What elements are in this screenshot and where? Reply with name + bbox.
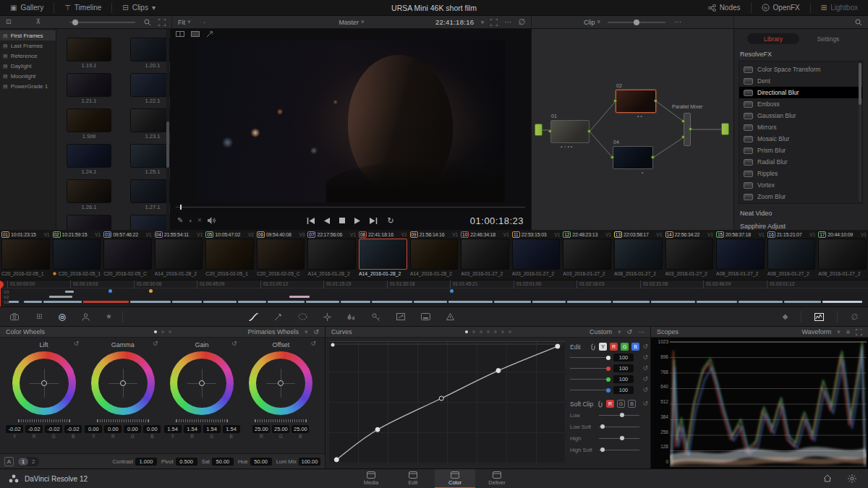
fx-panel-tab[interactable]: Settings (802, 33, 854, 44)
timeline-clip-segment[interactable] (341, 301, 370, 303)
scrub-playhead[interactable] (180, 205, 182, 210)
mixer-output-port[interactable] (689, 127, 692, 131)
clip-thumbnail[interactable] (512, 239, 561, 270)
node-source-input[interactable] (535, 124, 542, 136)
clear-annotation-icon[interactable]: × (197, 217, 202, 224)
curves-mode-select[interactable]: Custom (590, 328, 612, 335)
channel-value[interactable]: 100 (613, 386, 634, 394)
offset-master-slider[interactable] (255, 419, 307, 422)
scope-settings-icon[interactable]: ≡ (846, 329, 850, 335)
clip-item[interactable]: 07 22:17:56:06 V1 A14_2016-01-28_2 (306, 230, 357, 280)
clip-item[interactable]: 14 22:56:34:22 V1 A03_2016-01-27_2 (664, 230, 715, 280)
adjust-value[interactable]: 100.00 (299, 458, 320, 466)
reset-icon[interactable]: ↺ (74, 341, 80, 347)
gallery-still[interactable]: 1.21.1 (67, 73, 111, 105)
still-thumbnail[interactable] (67, 179, 111, 203)
value-box[interactable]: 1.54 (184, 425, 201, 433)
color-wheels-icon[interactable]: ◎ (58, 312, 65, 321)
annotation-pen-icon[interactable]: ✎ (177, 217, 183, 224)
channel-slider[interactable] (570, 368, 610, 369)
value-box[interactable]: 0.00 (104, 425, 122, 433)
page-dot[interactable] (487, 330, 490, 333)
softclip-button-r[interactable]: R (606, 400, 614, 408)
gain-master-slider[interactable] (176, 419, 228, 422)
reset-icon[interactable]: ↺ (642, 387, 648, 393)
timeline-clip-segment[interactable] (238, 301, 266, 303)
wheel-puck[interactable] (199, 380, 205, 386)
wheel-puck[interactable] (278, 380, 284, 386)
clip-item[interactable]: 16 21:15:21:07 V1 A08_2016-01-27_2 (766, 230, 817, 280)
page-dot[interactable] (169, 330, 171, 333)
fx-plugin-item[interactable]: Mirrors (739, 121, 862, 133)
still-thumbnail[interactable] (130, 215, 170, 230)
fx-section-header[interactable]: Sapphire Adjust (734, 217, 867, 230)
wheel-page-button[interactable]: 1 (18, 458, 28, 466)
curves-palette-icon[interactable] (249, 313, 258, 321)
gallery-still[interactable] (130, 215, 170, 230)
reset-icon[interactable]: ↺ (642, 365, 648, 372)
motion-effects-icon[interactable]: ★ (106, 313, 112, 320)
lift-color-ring[interactable] (12, 351, 76, 415)
value-box[interactable]: -0.02 (6, 425, 23, 433)
page-dot[interactable] (465, 330, 468, 333)
gallery-still[interactable]: 1.25.1 (130, 144, 170, 176)
timeline-clip-segment[interactable] (65, 291, 74, 293)
page-dot[interactable] (472, 330, 475, 333)
blur-palette-icon[interactable] (347, 313, 356, 321)
curve-graph[interactable] (329, 341, 565, 464)
clip-thumbnail[interactable] (767, 239, 816, 270)
curve-control-point[interactable] (496, 369, 501, 373)
page-tab[interactable]: Edit (393, 469, 433, 488)
jump-to-end-button[interactable] (370, 218, 378, 224)
timeline-clip-segment[interactable] (306, 301, 339, 303)
audio-mute-icon[interactable] (208, 217, 216, 224)
qualifier-icon[interactable] (274, 313, 282, 321)
channel-button-b[interactable]: B (631, 343, 639, 351)
clip-thumbnail[interactable] (818, 239, 867, 270)
page-dot[interactable] (509, 330, 511, 333)
wheel-puck[interactable] (41, 380, 47, 386)
still-thumbnail[interactable] (130, 38, 170, 61)
adjust-value[interactable]: 0.500 (176, 458, 197, 466)
timeline-ruler[interactable]: 01:00:00:00 01:00:15:03 01:00:30:06 01:0… (0, 281, 868, 288)
page-tab[interactable]: Deliver (477, 469, 517, 488)
channel-slider[interactable] (570, 390, 610, 390)
gain-wheel[interactable]: Gain ↺ 1.54 1.54 1.54 1.54 YRGB (163, 341, 242, 439)
value-box[interactable]: 1.54 (223, 425, 240, 433)
node-output-port[interactable] (587, 129, 591, 133)
clip-item[interactable]: 11 22:53:15:03 V1 A03_2016-01-27_2 (511, 230, 562, 280)
wheels-mode-select[interactable]: Primaries Wheels (247, 328, 299, 335)
clip-thumbnail[interactable] (257, 239, 305, 270)
fx-plugin-item[interactable]: Directional Blur (739, 87, 862, 98)
album-item[interactable]: ▤ Daylight (0, 61, 56, 71)
timeline-clip-segment[interactable] (49, 296, 72, 298)
options-menu-icon[interactable]: ··· (638, 329, 644, 335)
fx-section-header[interactable]: ResolveFX (734, 44, 867, 61)
adjust-value[interactable]: 50.00 (250, 458, 272, 466)
home-icon[interactable] (823, 474, 832, 483)
node-input-port[interactable] (610, 155, 614, 159)
reset-icon[interactable]: ↺ (642, 343, 648, 350)
clip-item[interactable]: 02 10:21:59:15 V1 C20_2016-02-05_1 (51, 230, 103, 280)
reset-icon[interactable]: ↺ (642, 376, 648, 382)
still-thumbnail[interactable] (67, 38, 111, 61)
curve-control-point[interactable] (556, 344, 560, 348)
timeline-clip-segment[interactable] (651, 301, 695, 303)
timeline-clip-segment[interactable] (9, 301, 19, 303)
value-box[interactable]: -0.02 (64, 425, 82, 433)
image-wipe-icon[interactable] (191, 31, 200, 37)
softclip-slider[interactable] (599, 427, 639, 427)
softclip-slider[interactable] (599, 450, 639, 450)
softclip-button-g[interactable]: G (617, 400, 625, 408)
thumbnail-size-slider[interactable] (69, 22, 135, 23)
clip-thumbnail[interactable] (205, 239, 254, 270)
chevron-down-icon[interactable]: ▾ (189, 218, 192, 223)
clip-thumbnail[interactable] (103, 239, 152, 270)
channel-button-g[interactable]: G (621, 343, 629, 351)
fx-plugin-item[interactable]: Prism Blur (739, 145, 862, 156)
still-thumbnail[interactable] (67, 108, 111, 132)
clip-item[interactable]: 05 10:05:47:02 V2 C20_2016-02-05_1 (204, 230, 255, 280)
wheel-page-button[interactable]: 2 (28, 458, 38, 466)
bypass-icon[interactable]: ∅ (851, 313, 858, 321)
offset-color-ring[interactable] (249, 351, 312, 415)
